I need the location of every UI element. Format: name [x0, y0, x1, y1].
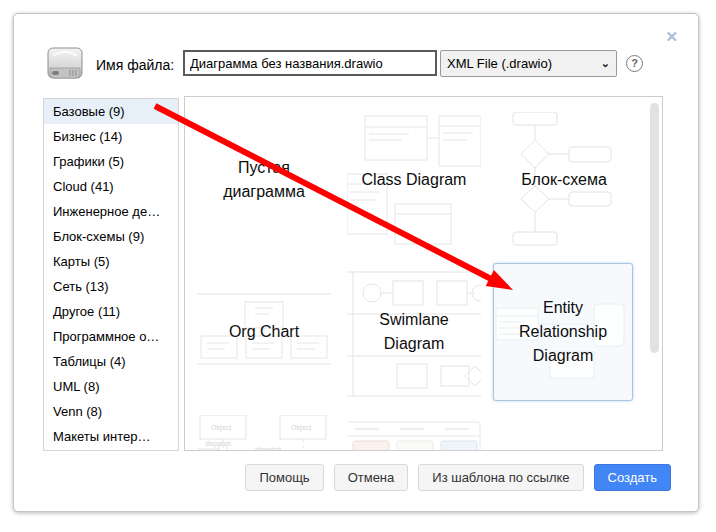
- sidebar-item-flowcharts[interactable]: Блок-схемы (9): [44, 224, 178, 249]
- filename-label: Имя файла:: [96, 57, 174, 73]
- sidebar-item-basic[interactable]: Базовые (9): [44, 99, 178, 124]
- dialog-footer: Помощь Отмена Из шаблона по ссылке Созда…: [245, 464, 671, 491]
- category-sidebar: Базовые (9) Бизнес (14) Графики (5) Clou…: [43, 98, 179, 451]
- template-label: Org Chart: [206, 320, 322, 344]
- sidebar-item-maps[interactable]: Карты (5): [44, 249, 178, 274]
- template-label: Entity Relationship Diagram: [505, 296, 621, 368]
- sidebar-item-venn[interactable]: Venn (8): [44, 399, 178, 424]
- kanban-board-thumbnail: [347, 415, 481, 451]
- object-box-label: Object: [291, 424, 311, 432]
- help-button[interactable]: Помощь: [245, 464, 323, 491]
- cancel-button[interactable]: Отмена: [334, 464, 409, 491]
- filename-input[interactable]: [183, 50, 437, 76]
- sidebar-item-business[interactable]: Бизнес (14): [44, 124, 178, 149]
- panel-scrollbar-thumb[interactable]: [650, 103, 659, 353]
- chevron-down-icon: ⌄: [601, 57, 610, 70]
- sidebar-item-other[interactable]: Другое (11): [44, 299, 178, 324]
- sidebar-item-tables[interactable]: Таблицы (4): [44, 349, 178, 374]
- close-icon[interactable]: ✕: [665, 29, 678, 44]
- template-class-diagram[interactable]: Class Diagram: [347, 112, 481, 248]
- from-template-url-button[interactable]: Из шаблона по ссылке: [418, 464, 583, 491]
- template-label: Class Diagram: [356, 168, 472, 192]
- object-box-label: Object: [211, 424, 231, 432]
- sequence-diagram-thumbnail: Object Object dispatch dispatch: [197, 415, 331, 451]
- file-type-value: XML File (.drawio): [447, 56, 552, 71]
- sidebar-item-software[interactable]: Программное о…: [44, 324, 178, 349]
- template-label: Блок-схема: [506, 168, 622, 192]
- sidebar-item-charts[interactable]: Графики (5): [44, 149, 178, 174]
- template-org-chart[interactable]: Org Chart: [197, 264, 331, 400]
- create-button[interactable]: Создать: [594, 464, 671, 491]
- template-panel: Пустая диаграмма Class Diagram: [184, 96, 663, 451]
- sidebar-item-mockups[interactable]: Макеты интер…: [44, 424, 178, 449]
- template-label: Swimlane Diagram: [356, 308, 472, 356]
- disk-icon: [46, 44, 84, 81]
- template-sequence-diagram[interactable]: Object Object dispatch dispatch: [197, 415, 331, 451]
- sidebar-item-engineering[interactable]: Инженерное де…: [44, 199, 178, 224]
- create-diagram-dialog: ✕ Имя файла: XML File (.drawio) ⌄ ? Базо…: [13, 13, 699, 512]
- template-flowchart[interactable]: Блок-схема: [497, 112, 631, 248]
- sidebar-item-network[interactable]: Сеть (13): [44, 274, 178, 299]
- file-type-select[interactable]: XML File (.drawio) ⌄: [440, 50, 617, 77]
- template-entity-relationship-diagram[interactable]: Entity Relationship Diagram: [493, 263, 633, 401]
- svg-text:dispatch: dispatch: [255, 446, 281, 451]
- template-label: Пустая диаграмма: [206, 156, 322, 204]
- template-kanban-board[interactable]: [347, 415, 481, 451]
- sidebar-item-uml[interactable]: UML (8): [44, 374, 178, 399]
- sidebar-item-cloud[interactable]: Cloud (41): [44, 174, 178, 199]
- template-blank-diagram[interactable]: Пустая диаграмма: [197, 112, 331, 248]
- template-swimlane-diagram[interactable]: Swimlane Diagram: [347, 264, 481, 400]
- help-icon[interactable]: ?: [626, 55, 643, 72]
